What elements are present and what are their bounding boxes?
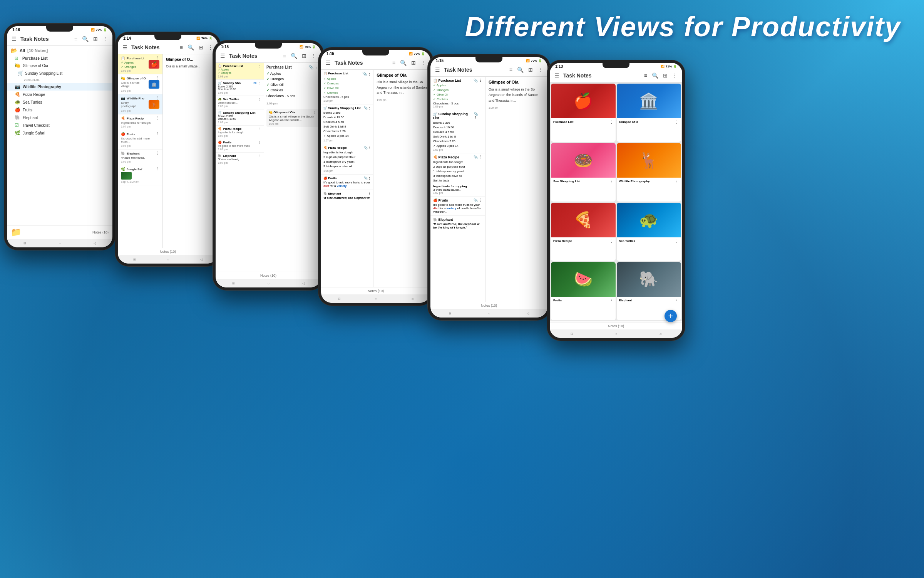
note-row-elephant-3[interactable]: 🐘 Elephant ⋮ 'If size mattered, 1:07 pm [216,153,264,166]
search-icon-3[interactable]: 🔍 [290,52,298,60]
grid-menu-pizza[interactable]: ⋮ [609,239,613,243]
grid-icon-2[interactable]: ⊞ [198,44,204,51]
note-row-jungle-2[interactable]: 🌿 Jungle Saf ⋮ Sep 4, 1:09 am [118,165,162,185]
home-indicator-4: ⊟ ○ ◁ [321,294,430,303]
note-row-sunday-3[interactable]: 🛒 Sunday Sho 20 ⋮ Books 2 395 Donuts 4 1… [216,80,264,96]
grid-item-purchase[interactable]: 🍎 Purchase List ⋮ [551,84,616,142]
note-row-oia-2[interactable]: 🍋 Glimpse of O ⋮ Oia is a small village.… [118,74,162,94]
home-indicator-3: ⊟ ○ ◁ [216,279,321,287]
search-icon-2[interactable]: 🔍 [187,44,195,51]
note-row-wildlife-2[interactable]: 📷 Wildlife Pho ⋮ Every photograph... 🦌 1… [118,94,162,114]
grid-item-pizza[interactable]: 🍕 Pizza Recipe ⋮ [551,203,616,261]
filter-icon-4[interactable]: ≡ [392,59,396,67]
menu-icon-4[interactable]: ☰ [325,59,331,67]
pane-left-3: 📋 Purchase List ⋮ ✓ Apples ✓ Oranges 1:0… [216,63,264,272]
list-item-purchase[interactable]: ☑ Purchase List [7,55,112,62]
pizza-item-5[interactable]: 🍕 Pizza Recipe 📎 ⋮ Ingredients for dough… [430,153,485,197]
menu-icon-3[interactable]: ☰ [219,52,226,60]
note-row-pizza-2[interactable]: 🍕 Pizza Recip ⋮ Ingredients for dough: 1… [118,114,162,130]
note-row-elephant-2[interactable]: 🐘 Elephant ⋮ 'If size mattered, 1:06 pm [118,150,162,165]
filter-icon[interactable]: ≡ [74,35,78,43]
note-title-purchase: Purchase List [22,56,48,60]
grid-icon[interactable]: ⊞ [92,35,99,43]
all-label: All [20,48,25,53]
time-3: 1:15 [221,45,229,49]
grid-icon-3[interactable]: ⊞ [301,52,307,60]
grid-menu-fruits[interactable]: ⋮ [609,298,613,302]
grid-icon-5[interactable]: ⊞ [527,66,534,74]
list-item-shopping[interactable]: 🛒 Sunday Shopping List 2020-01-01 [7,69,112,83]
menu-icon-6[interactable]: ☰ [554,72,560,79]
menu-icon-5[interactable]: ☰ [434,66,441,74]
grid-item-fruits[interactable]: 🍉 Fruits ⋮ [551,262,616,320]
time-4: 1:15 [326,52,334,56]
search-icon[interactable]: 🔍 [81,35,89,43]
search-icon-5[interactable]: 🔍 [516,66,524,74]
grid-icon-4[interactable]: ⊞ [410,59,417,67]
search-icon-4[interactable]: 🔍 [399,59,407,67]
grid-item-oia[interactable]: 🏛️ Glimpse of O ⋮ [617,84,681,142]
list-item-jungle[interactable]: 🌿 Jungle Safari [7,129,112,137]
filter-icon-5[interactable]: ≡ [509,66,513,74]
note-row-turtles-3[interactable]: 🐢 Sea Turtles ⋮ Often consider... 1:06 p… [216,96,264,109]
more-icon[interactable]: ⋮ [102,35,109,43]
note-row-pizza-3[interactable]: 🍕 Pizza Recipe ⋮ Ingredients for dough: … [216,126,264,139]
elephant-row-4[interactable]: 🐘 Elephant ⋮ 'If size mattered, the elep… [321,190,373,202]
list-item-turtles[interactable]: 🐢 Sea Turtles [7,98,112,106]
sunday-item-5[interactable]: 🛒 Sunday Shopping List 📎 ⋮ Books 2 395 D… [430,110,485,153]
sunday-row-4[interactable]: 🛒 Sunday Shopping List 📎⋮ Books 2 395 Do… [321,104,373,144]
two-pane-5: 📋 Purchase List 📎 ⋮ ✓ Apples ✓ Oranges ✓… [430,77,547,302]
purchase-row-4[interactable]: 📋 Purchase List 📎 ⋮ ✓ Apples ✓ Oranges ✓… [321,70,373,104]
list-item-oia[interactable]: 🍋 Glimpse of Oia [7,62,112,69]
more-icon-4[interactable]: ⋮ [420,59,427,67]
grid-view-6: 🍎 Purchase List ⋮ 🏛️ Glimpse of O ⋮ 🍩 Su… [550,82,682,321]
list-item-pizza[interactable]: 🍕 Pizza Recipe [7,91,112,98]
notes-count-badge: [10 Notes] [27,48,48,53]
filter-icon-6[interactable]: ≡ [643,72,648,79]
filter-icon-3[interactable]: ≡ [282,52,287,60]
note-row-purchase-3[interactable]: 📋 Purchase List ⋮ ✓ Apples ✓ Oranges 1:0… [216,63,264,80]
more-icon-6[interactable]: ⋮ [671,72,678,79]
time-1: 1:16 [12,28,20,32]
menu-icon-2[interactable]: ☰ [122,44,128,51]
note-row-shopping-full-3[interactable]: 🛒 Sunday Shopping List Books 2 395 Donut… [216,109,264,126]
grid-item-shopping[interactable]: 🍩 Sun Shopping List ⋮ [551,143,616,201]
grid-title-oia: Glimpse of O [619,120,638,124]
filter-icon-2[interactable]: ≡ [179,44,184,51]
grid-item-wildlife[interactable]: 🦌 Wildlife Photography ⋮ [617,143,681,201]
grid-menu-purchase[interactable]: ⋮ [609,120,613,124]
list-item-travel[interactable]: ☑ Travel Checklist [7,121,112,129]
note-title-travel: Travel Checklist [22,123,50,128]
fruits-item-5[interactable]: 🍎 Fruits 📎 ⋮ It's good to add more fruit… [430,197,485,216]
fruits-row-4[interactable]: 🍎 Fruits 📎⋮ It's good to add more fruits… [321,175,373,190]
grid-menu-elephant[interactable]: ⋮ [675,298,679,302]
pizza-row-4[interactable]: 🍕 Pizza Recipe 📎⋮ Ingredients for dough:… [321,144,373,175]
grid-title-wildlife: Wildlife Photography [619,180,650,183]
grid-menu-wildlife[interactable]: ⋮ [675,179,679,183]
more-icon-3[interactable]: ⋮ [310,52,317,60]
purchase-item-5[interactable]: 📋 Purchase List 📎 ⋮ ✓ Apples ✓ Oranges ✓… [430,77,485,110]
search-icon-6[interactable]: 🔍 [651,72,659,79]
grid-menu-oia[interactable]: ⋮ [675,120,679,124]
phone-1: 1:16 📶 70% 🔋 ☰ Task Notes ≡ 🔍 ⊞ ⋮ 📂 All … [4,23,116,250]
new-note-btn[interactable]: 📁 [11,227,21,237]
all-notes-header: 📂 All [10 Notes] [7,46,112,55]
grid-item-turtles[interactable]: 🐢 Sea Turtles ⋮ [617,203,681,261]
grid-menu-shopping[interactable]: ⋮ [609,179,613,183]
list-item-fruits[interactable]: 🍎 Fruits [7,106,112,114]
glimpse-row[interactable]: 🍋 Glimpse of Oia ⋮ Oia is a small villag… [266,109,319,127]
list-item-elephant[interactable]: 🐘 Elephant [7,114,112,121]
more-icon-5[interactable]: ⋮ [537,66,544,74]
fab-button[interactable]: + [665,310,677,322]
note-row-purchase-2[interactable]: 📋 Purchase Li ⋮ ✓ Apples ✓ Oranges 🍎 [118,54,162,74]
grid-menu-turtles[interactable]: ⋮ [675,239,679,243]
note-row-fruits-3[interactable]: 🍎 Fruits ⋮ It's good to add more fruits … [216,139,264,153]
right-detail-text-5: Oia is a small village in the So Aegean … [489,87,544,103]
menu-icon[interactable]: ☰ [11,35,17,43]
app-title-5: Task Notes [444,67,506,73]
app-header-5: ☰ Task Notes ≡ 🔍 ⊞ ⋮ [430,63,547,77]
elephant-item-5[interactable]: 🐘 Elephant 'If size mattered, the elepha… [430,216,485,231]
note-row-fruits-2[interactable]: 🍎 Fruits ⋮ It's good to add more fruits.… [118,130,162,150]
grid-icon-6[interactable]: ⊞ [662,72,668,79]
list-item-wildlife[interactable]: 📷 Wildlife Photography [7,83,112,91]
